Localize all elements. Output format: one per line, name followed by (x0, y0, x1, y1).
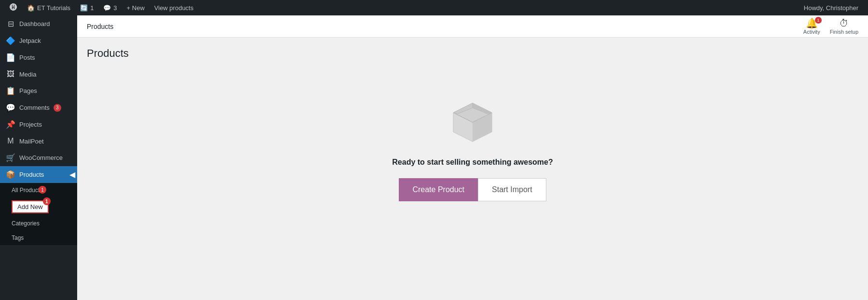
finish-setup-button[interactable]: ⏱ Finish setup (830, 18, 858, 35)
sidebar-label-pages: Pages (19, 87, 37, 94)
adminbar-howdy[interactable]: Howdy, Christopher (799, 4, 863, 12)
sidebar-label-projects: Projects (19, 121, 42, 128)
sidebar-label-mailpoet: MailPoet (19, 138, 44, 145)
sidebar-label-dashboard: Dashboard (19, 20, 50, 27)
create-product-button[interactable]: Create Product (399, 178, 478, 201)
posts-icon: 📄 (6, 53, 15, 62)
sidebar-item-categories[interactable]: Categories (0, 216, 77, 231)
sidebar-item-mailpoet[interactable]: M MailPoet (0, 133, 77, 149)
sidebar-item-posts[interactable]: 📄 Posts (0, 49, 77, 66)
adminbar-wp-logo[interactable]: 🅦 (5, 0, 22, 15)
sidebar-label-jetpack: Jetpack (19, 37, 41, 44)
page-content: Products Ready to start se (77, 38, 868, 230)
site-icon: 🏠 (27, 4, 35, 12)
tags-label: Tags (12, 235, 24, 241)
projects-icon: 📌 (6, 120, 15, 129)
sidebar-item-dashboard[interactable]: ⊟ Dashboard (0, 15, 77, 32)
activity-label: Activity (803, 29, 820, 35)
sidebar-label-media: Media (19, 71, 36, 78)
sidebar-item-all-products[interactable]: All Products 1 (0, 183, 77, 197)
empty-state-text: Ready to start selling something awesome… (392, 158, 553, 167)
content-header: Products 🔔 1 Activity ⏱ Finish setup (77, 15, 868, 38)
content-header-title: Products (87, 23, 113, 30)
sidebar-item-tags[interactable]: Tags (0, 231, 77, 245)
adminbar-updates[interactable]: 🔄 1 (75, 0, 98, 15)
empty-state-actions: Create Product Start Import (399, 178, 546, 201)
header-actions: 🔔 1 Activity ⏱ Finish setup (803, 18, 858, 35)
products-icon: 📦 (6, 170, 15, 179)
page-title: Products (87, 47, 129, 60)
comments-icon: 💬 (103, 4, 111, 12)
sidebar-item-pages[interactable]: 📋 Pages (0, 82, 77, 99)
activity-badge: 1 (815, 17, 822, 24)
sidebar-item-products[interactable]: 📦 Products ◀ (0, 166, 77, 183)
categories-label: Categories (12, 220, 40, 227)
products-submenu: All Products 1 Add New 1 Categories Tags (0, 183, 77, 245)
woocommerce-icon: 🛒 (6, 153, 15, 162)
updates-icon: 🔄 (80, 4, 88, 12)
sidebar-label-products: Products (19, 171, 44, 178)
sidebar-item-jetpack[interactable]: 🔷 Jetpack (0, 32, 77, 49)
add-new-badge: 1 (43, 197, 51, 205)
finish-setup-label: Finish setup (830, 29, 858, 35)
add-new-highlight-box: Add New 1 (12, 200, 49, 213)
adminbar-view-products[interactable]: View products (149, 0, 198, 15)
comments-count: 3 (113, 4, 117, 12)
wp-icon: 🅦 (10, 3, 17, 12)
sidebar-label-woocommerce: WooCommerce (19, 154, 63, 161)
adminbar-new[interactable]: + New (122, 0, 149, 15)
jetpack-icon: 🔷 (6, 36, 15, 45)
start-import-button[interactable]: Start Import (478, 178, 546, 201)
comments-badge: 3 (54, 104, 61, 112)
sidebar-label-posts: Posts (19, 54, 35, 61)
dashboard-icon: ⊟ (6, 19, 15, 28)
adminbar-new-label: + New (127, 4, 145, 12)
sidebar-item-woocommerce[interactable]: 🛒 WooCommerce (0, 149, 77, 166)
adminbar-view-products-label: View products (154, 4, 193, 12)
adminbar-comments[interactable]: 💬 3 (98, 0, 122, 15)
sidebar-item-projects[interactable]: 📌 Projects (0, 116, 77, 133)
comments-icon: 💬 (6, 103, 15, 112)
empty-state: Ready to start selling something awesome… (87, 69, 858, 221)
all-products-label: All Products (12, 187, 42, 194)
sidebar-item-comments[interactable]: 💬 Comments 3 (0, 99, 77, 116)
box-svg-icon (444, 89, 502, 146)
sidebar: ⊟ Dashboard 🔷 Jetpack 📄 Posts 🖼 Media 📋 … (0, 15, 77, 300)
all-products-badge: 1 (39, 186, 46, 194)
main-content: Products 🔔 1 Activity ⏱ Finish setup Pro… (77, 15, 868, 300)
media-icon: 🖼 (6, 70, 15, 78)
finish-setup-icon: ⏱ (839, 18, 849, 28)
sidebar-item-add-new[interactable]: Add New 1 (0, 197, 77, 216)
mailpoet-icon: M (6, 137, 15, 145)
adminbar-site-name[interactable]: 🏠 ET Tutorials (22, 0, 75, 15)
updates-count: 1 (90, 4, 94, 12)
pages-icon: 📋 (6, 86, 15, 95)
admin-bar: 🅦 🏠 ET Tutorials 🔄 1 💬 3 + New View prod… (0, 0, 868, 15)
add-new-label: Add New (17, 203, 43, 210)
sidebar-item-media[interactable]: 🖼 Media (0, 66, 77, 82)
products-arrow-icon: ◀ (69, 166, 77, 183)
activity-button[interactable]: 🔔 1 Activity (803, 18, 820, 35)
sidebar-label-comments: Comments (19, 104, 50, 111)
site-name-label: ET Tutorials (37, 4, 70, 12)
